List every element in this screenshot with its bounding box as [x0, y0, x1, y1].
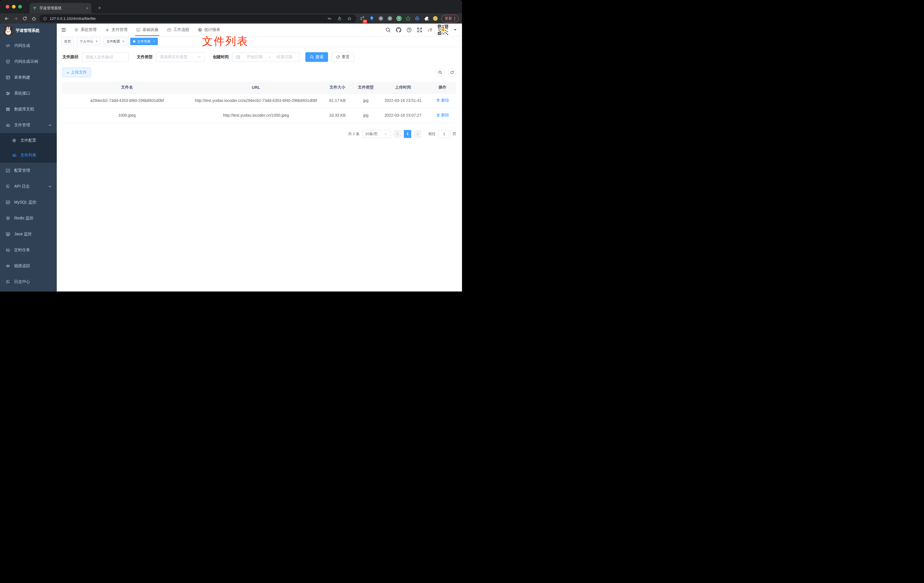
- browser-window: 芋道管理系统 × + 127.0.0.1:1024/infra/file/fil…: [0, 0, 462, 292]
- traffic-lights: [6, 5, 22, 8]
- info-icon[interactable]: [43, 17, 47, 21]
- sidebar-collapse-button[interactable]: [61, 28, 66, 32]
- new-tab-button[interactable]: +: [96, 5, 103, 12]
- tag[interactable]: 文件配置 ×: [104, 38, 127, 45]
- reset-button[interactable]: 重置: [332, 52, 354, 62]
- top-menu-item[interactable]: 基础设施: [132, 23, 163, 36]
- key-icon[interactable]: [327, 17, 332, 21]
- goto-page-input[interactable]: [438, 130, 450, 138]
- avatar[interactable]: [437, 24, 449, 35]
- ext-pin-icon[interactable]: [368, 15, 375, 22]
- sidebar-item[interactable]: 链路追踪: [0, 258, 57, 274]
- current-page-button[interactable]: 1: [404, 130, 411, 138]
- fullscreen-icon[interactable]: [416, 27, 422, 33]
- delete-button[interactable]: 删除: [436, 97, 449, 104]
- star-icon[interactable]: [347, 17, 351, 21]
- tab-close-icon[interactable]: ×: [86, 6, 89, 10]
- cell-upload-time: 2022-03-16 23:07:27: [377, 108, 429, 123]
- tag-close-icon[interactable]: ×: [153, 40, 155, 43]
- trash-icon: [436, 98, 440, 102]
- sidebar-item[interactable]: 日志中心: [0, 274, 57, 290]
- sidebar-item[interactable]: 代码生成示例: [0, 54, 57, 69]
- sidebar-item[interactable]: 表单构建: [0, 69, 57, 86]
- cell-file-name: 1000.jpeg: [63, 108, 191, 123]
- minimize-window-button[interactable]: [12, 5, 16, 8]
- ext-y-icon[interactable]: Y: [395, 15, 403, 22]
- avatar-caret-icon[interactable]: [453, 28, 457, 32]
- tag[interactable]: 首页: [61, 38, 74, 45]
- sidebar-item[interactable]: 数据库文档: [0, 101, 57, 117]
- ext-emoji-icon[interactable]: [431, 15, 439, 22]
- tag-close-icon[interactable]: ×: [122, 40, 124, 43]
- browser-update-button[interactable]: 更新: [441, 15, 459, 22]
- sidebar-item[interactable]: API 日志: [0, 178, 57, 195]
- back-arrow-icon[interactable]: [3, 15, 10, 22]
- browser-menu-icon[interactable]: [454, 17, 455, 20]
- ext-eye-icon[interactable]: [413, 15, 421, 22]
- sidebar-item[interactable]: Redis 监控: [0, 210, 57, 226]
- ext-grid-diamond-icon[interactable]: 11: [359, 15, 366, 22]
- page-unit-label: 页: [453, 131, 456, 137]
- zoom-window-button[interactable]: [18, 5, 22, 8]
- reload-icon[interactable]: [21, 15, 29, 22]
- top-menu-item[interactable]: 统计报表: [193, 23, 224, 36]
- tag-close-icon[interactable]: ×: [96, 40, 97, 43]
- ext-star-icon[interactable]: [404, 15, 412, 22]
- top-menu-item[interactable]: 工作流程: [163, 23, 193, 36]
- search-button[interactable]: 搜索: [305, 52, 328, 62]
- address-bar[interactable]: 127.0.0.1:1024/infra/file/file: [39, 15, 356, 22]
- toggle-search-button[interactable]: [436, 68, 444, 77]
- search-icon[interactable]: [385, 27, 391, 33]
- cell-file-url: http://test.yudao.iocoder.cn/a294ecb2-73…: [191, 93, 320, 108]
- eye-icon: [6, 264, 10, 268]
- path-input[interactable]: [82, 52, 129, 62]
- sprout-favicon-icon: [32, 6, 37, 10]
- browser-tab[interactable]: 芋道管理系统 ×: [30, 3, 91, 13]
- next-page-button[interactable]: [414, 130, 421, 138]
- sidebar-item[interactable]: 文件管理: [0, 117, 57, 133]
- sidebar-item[interactable]: MySQL 监控: [0, 195, 57, 210]
- table-header-row: 文件名URL文件大小文件类型上传时间操作: [63, 82, 456, 93]
- layers-icon: [6, 216, 10, 221]
- search-icon: [310, 55, 314, 59]
- end-date-placeholder[interactable]: 结束日期: [273, 55, 296, 59]
- sidebar-logo[interactable]: 芋道管理系统: [0, 23, 57, 38]
- forward-arrow-icon[interactable]: [12, 15, 20, 22]
- date-range-picker[interactable]: 开始日期 - 结束日期: [232, 52, 300, 62]
- home-icon[interactable]: [30, 15, 38, 22]
- tag[interactable]: 文件列表 ×: [130, 38, 158, 45]
- page-size-select[interactable]: 10条/页: [362, 130, 391, 138]
- close-window-button[interactable]: [6, 5, 9, 8]
- sidebar-subitem[interactable]: 文件列表: [0, 148, 57, 163]
- select-caret-icon: [197, 55, 201, 59]
- ext-puzzle-icon[interactable]: [422, 15, 430, 22]
- start-date-placeholder[interactable]: 开始日期: [243, 55, 266, 59]
- delete-button[interactable]: 删除: [436, 112, 449, 118]
- prev-page-button[interactable]: [394, 130, 401, 138]
- sidebar-item[interactable]: 配置管理: [0, 163, 57, 178]
- sidebar-subitem[interactable]: 文件配置: [0, 133, 57, 148]
- sidebar-item[interactable]: 系统接口: [0, 86, 57, 101]
- gauge-icon: [198, 28, 202, 32]
- refresh-table-button[interactable]: [448, 68, 456, 77]
- page-content: 文件路径 文件类型 请选择文件类型 创建时间 开始日期 - 结束日期: [57, 47, 462, 292]
- url-text[interactable]: 127.0.0.1:1024/infra/file/file: [50, 17, 325, 21]
- upload-button[interactable]: + 上传文件: [63, 68, 91, 77]
- type-select[interactable]: 请选择文件类型: [156, 52, 205, 62]
- sidebar-item[interactable]: 代码生成: [0, 38, 57, 54]
- ext-dot-icon[interactable]: [386, 15, 394, 22]
- share-icon[interactable]: [337, 17, 342, 21]
- top-menu-item[interactable]: 系统管理: [70, 23, 101, 36]
- table-row: a294ecb2-73dd-4353-bf40-296b8931d0bf htt…: [63, 93, 456, 108]
- logo-rabbit-image: [4, 26, 13, 35]
- fontsize-icon[interactable]: TT: [427, 27, 433, 33]
- sidebar-item[interactable]: 定时任务: [0, 242, 57, 258]
- github-icon[interactable]: [395, 27, 401, 33]
- sidebar-item[interactable]: Java 监控: [0, 226, 57, 242]
- tag[interactable]: 个人中心 ×: [77, 38, 101, 45]
- ext-command-icon[interactable]: ⌘: [377, 15, 384, 22]
- refresh-icon: [450, 70, 454, 74]
- table-header-cell: 上传时间: [377, 82, 429, 93]
- help-icon[interactable]: [406, 27, 412, 33]
- top-menu-item[interactable]: ¥ 支付管理: [101, 23, 132, 36]
